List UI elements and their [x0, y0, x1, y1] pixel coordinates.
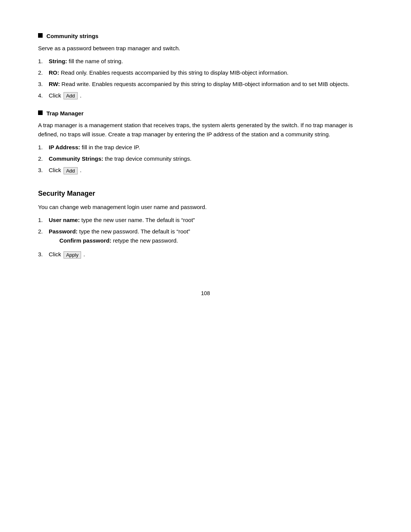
list-content: String: fill the name of string.: [49, 57, 373, 66]
list-item: 2. RO: Read only. Enables requests accom…: [38, 68, 373, 77]
list-number: 1.: [38, 143, 49, 152]
list-number: 4.: [38, 91, 49, 100]
bold-label: String:: [49, 58, 67, 64]
community-strings-section: Community strings Serve as a password be…: [38, 32, 373, 100]
list-number: 2.: [38, 154, 49, 163]
list-item: 3. Click Add .: [38, 166, 373, 175]
confirm-password-item: Confirm password: retype the new passwor…: [49, 236, 373, 245]
bullet-icon: [38, 110, 43, 115]
list-item: 2. Community Strings: the trap device co…: [38, 154, 373, 163]
bold-label: Confirm password:: [59, 237, 112, 244]
security-manager-intro: You can change web management login user…: [38, 203, 373, 212]
list-number: 3.: [38, 80, 49, 89]
list-item: 3. RW: Read write. Enables requests acco…: [38, 80, 373, 89]
list-number: 2.: [38, 68, 49, 77]
list-content: IP Address: fill in the trap device IP.: [49, 143, 373, 152]
list-item: 4. Click Add .: [38, 91, 373, 100]
trap-manager-list: 1. IP Address: fill in the trap device I…: [38, 143, 373, 175]
list-item: 2. Password: type the new password. The …: [38, 227, 373, 248]
list-number: 3.: [38, 250, 49, 259]
bold-label: User name:: [49, 217, 80, 223]
list-number: 1.: [38, 216, 49, 225]
bold-label: IP Address:: [49, 144, 80, 150]
list-content: Password: type the new password. The def…: [49, 227, 373, 248]
list-content: Click Add .: [49, 166, 373, 175]
bold-label: Password:: [49, 228, 78, 235]
apply-button[interactable]: Apply: [64, 251, 81, 259]
list-content: Community Strings: the trap device commu…: [49, 154, 373, 163]
list-item: 1. User name: type the new user name. Th…: [38, 216, 373, 225]
bold-label: Community Strings:: [49, 155, 103, 162]
trap-manager-intro: A trap manager is a management station t…: [38, 121, 373, 139]
security-manager-title: Security Manager: [38, 189, 373, 199]
list-content: Click Add .: [49, 91, 373, 100]
bold-label: RO:: [49, 69, 59, 76]
list-content: RO: Read only. Enables requests accompan…: [49, 68, 373, 77]
list-number: 1.: [38, 57, 49, 66]
list-content: User name: type the new user name. The d…: [49, 216, 373, 225]
bullet-icon: [38, 33, 43, 38]
list-item: 1. String: fill the name of string.: [38, 57, 373, 66]
security-manager-list: 1. User name: type the new user name. Th…: [38, 216, 373, 259]
list-content: Click Apply .: [49, 250, 373, 259]
add-button-community[interactable]: Add: [64, 92, 78, 99]
trap-manager-section: Trap Manager A trap manager is a managem…: [38, 109, 373, 175]
list-item: 1. IP Address: fill in the trap device I…: [38, 143, 373, 152]
list-number: 2.: [38, 227, 49, 236]
list-number: 3.: [38, 166, 49, 175]
trap-manager-title: Trap Manager: [46, 109, 84, 118]
community-strings-intro: Serve as a password between trap manager…: [38, 44, 373, 53]
list-content: RW: Read write. Enables requests accompa…: [49, 80, 373, 89]
community-strings-header: Community strings: [38, 32, 373, 41]
list-item: 3. Click Apply .: [38, 250, 373, 259]
security-manager-section: Security Manager You can change web mana…: [38, 189, 373, 259]
community-strings-title: Community strings: [46, 32, 99, 41]
trap-manager-header: Trap Manager: [38, 109, 373, 118]
bold-label: RW:: [49, 81, 60, 87]
community-strings-list: 1. String: fill the name of string. 2. R…: [38, 57, 373, 100]
add-button-trap[interactable]: Add: [64, 167, 78, 174]
page-number: 108: [38, 289, 373, 297]
